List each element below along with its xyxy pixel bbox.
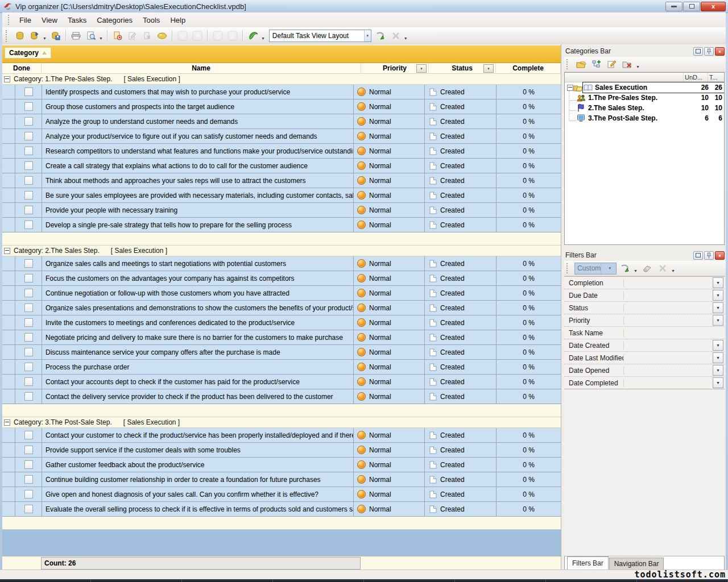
task-row[interactable]: Evaluate the overall selling process to … (2, 502, 561, 517)
filter-value[interactable] (624, 277, 713, 289)
print-button[interactable] (69, 29, 83, 43)
category-tree-item[interactable]: Sales Execution2626 (565, 82, 724, 93)
task-row[interactable]: Provide your people with necessary train… (2, 203, 561, 218)
layout-combobox-arrow[interactable]: ▼ (364, 30, 371, 41)
print-preview-dropdown[interactable]: ▼ (99, 36, 103, 40)
done-checkbox[interactable] (24, 147, 33, 155)
move-bottom-button[interactable] (211, 29, 225, 43)
filter-value[interactable] (624, 327, 725, 339)
done-checkbox[interactable] (24, 318, 33, 327)
undone-column-header[interactable]: UnD... (683, 73, 708, 82)
filters-bar-restore-button[interactable] (693, 251, 703, 260)
filter-value[interactable] (624, 364, 713, 376)
notification-button[interactable] (246, 29, 260, 43)
categories-bar-close-button[interactable]: x (715, 47, 725, 56)
categories-bar-restore-button[interactable] (693, 47, 703, 56)
taskbar-strip[interactable] (0, 579, 728, 582)
categories-tree-header[interactable]: UnD... T... (565, 73, 724, 82)
minimize-button[interactable] (665, 2, 682, 11)
new-database-button[interactable] (13, 29, 27, 43)
task-row[interactable]: Be sure your sales employees are provide… (2, 188, 561, 203)
menu-file[interactable]: File (14, 14, 36, 26)
filters-bar-titlebar[interactable]: Filters Bar x (564, 250, 726, 261)
task-row[interactable]: Develop a single pre-sale strategy that … (2, 218, 561, 232)
notification-dropdown[interactable]: ▼ (261, 36, 265, 40)
filter-value[interactable] (624, 377, 713, 389)
categories-bar-pin-button[interactable] (704, 47, 714, 56)
task-row[interactable]: Invite the customers to meetings and con… (2, 315, 561, 330)
filter-value[interactable] (624, 339, 713, 351)
task-row[interactable]: Gather customer feedback about the produ… (2, 458, 561, 472)
filter-value[interactable] (624, 352, 713, 364)
done-checkbox[interactable] (24, 176, 33, 185)
tab-navigation-bar[interactable]: Navigation Bar (609, 558, 664, 569)
tab-filters-bar[interactable]: Filters Bar (567, 556, 609, 569)
open-database-button[interactable] (28, 29, 42, 43)
task-row[interactable]: Identify prospects and customers that ma… (2, 85, 561, 99)
task-row[interactable]: Discuss maintenance service your company… (2, 345, 561, 360)
done-checkbox[interactable] (24, 206, 33, 214)
task-row[interactable]: Contact your accounts dept to check if t… (2, 375, 561, 389)
status-filter-dropdown[interactable]: ▼ (483, 64, 494, 73)
category-group-header[interactable]: Category: 1.The Pre-Sales Step.[ Sales E… (2, 74, 561, 85)
task-row[interactable]: Provide support service if the customer … (2, 443, 561, 458)
new-category-button[interactable] (574, 57, 588, 71)
filters-bar-pin-button[interactable] (704, 251, 714, 260)
done-checkbox[interactable] (24, 132, 33, 140)
task-row[interactable]: Create a call strategy that explains wha… (2, 159, 561, 173)
filter-dropdown-button[interactable]: ▼ (713, 365, 723, 376)
filter-preset-combobox[interactable]: Custom ▼ (574, 263, 617, 275)
done-checkbox[interactable] (24, 333, 33, 342)
filter-value[interactable] (624, 289, 713, 301)
assign-task-button[interactable] (155, 29, 169, 43)
menu-help[interactable]: Help (165, 14, 191, 26)
done-checkbox[interactable] (24, 505, 33, 513)
done-checkbox[interactable] (24, 88, 33, 96)
done-checkbox[interactable] (24, 431, 33, 439)
column-header-done[interactable]: Done (2, 63, 42, 73)
filter-dropdown-button[interactable]: ▼ (713, 277, 723, 288)
save-database-button[interactable] (49, 29, 63, 43)
done-checkbox[interactable] (24, 289, 33, 297)
edit-task-button[interactable] (126, 29, 139, 43)
task-row[interactable]: Focus the customers on the advantages yo… (2, 271, 561, 286)
column-header-name[interactable]: Name (42, 63, 361, 73)
collapse-icon[interactable] (4, 248, 10, 254)
category-group-header[interactable]: Category: 2.The Sales Step.[ Sales Execu… (2, 246, 561, 256)
done-checkbox[interactable] (24, 161, 33, 170)
task-row[interactable]: Research competitors to understand what … (2, 144, 561, 159)
done-checkbox[interactable] (24, 460, 33, 469)
edit-category-button[interactable] (605, 57, 619, 71)
close-button[interactable]: x (701, 2, 726, 11)
clear-filter-button[interactable] (640, 261, 654, 275)
group-by-category-button[interactable]: Category (5, 47, 51, 59)
filter-value[interactable] (624, 302, 713, 314)
move-up-button[interactable] (191, 29, 204, 43)
layout-dropdown[interactable]: ▼ (404, 36, 408, 40)
layout-combobox[interactable]: Default Task View Layout ▼ (269, 30, 371, 42)
new-task-button[interactable] (111, 29, 125, 43)
delete-filter-button[interactable] (656, 261, 669, 275)
collapse-icon[interactable] (4, 76, 10, 82)
category-tree-item[interactable]: 2.The Sales Step.1010 (565, 103, 724, 113)
filter-dropdown-button[interactable]: ▼ (713, 352, 723, 363)
done-checkbox[interactable] (24, 102, 33, 111)
column-header-status[interactable]: Status▼ (429, 63, 496, 73)
done-checkbox[interactable] (24, 475, 33, 484)
categories-toolbar-dropdown[interactable]: ▼ (636, 65, 640, 69)
task-row[interactable]: Organize sales calls and meetings to sta… (2, 256, 561, 271)
done-checkbox[interactable] (24, 304, 33, 312)
filters-bar-close-button[interactable]: x (715, 251, 725, 260)
filter-dropdown-button[interactable]: ▼ (713, 290, 723, 301)
column-header-complete[interactable]: Complete (496, 63, 561, 73)
done-checkbox[interactable] (24, 117, 33, 126)
tree-collapse-icon[interactable] (567, 85, 573, 91)
menu-categories[interactable]: Categories (92, 14, 138, 26)
task-row[interactable]: Think about methods and approaches your … (2, 173, 561, 188)
filter-dropdown-button[interactable]: ▼ (713, 315, 723, 326)
categories-bar-titlebar[interactable]: Categories Bar x (564, 45, 726, 57)
task-row[interactable]: Analyze your product/service to figure o… (2, 129, 561, 144)
collapse-icon[interactable] (4, 419, 10, 426)
task-row[interactable]: Organize sales presentations and demonst… (2, 301, 561, 315)
task-row[interactable]: Contact your customer to check if the pr… (2, 428, 561, 443)
